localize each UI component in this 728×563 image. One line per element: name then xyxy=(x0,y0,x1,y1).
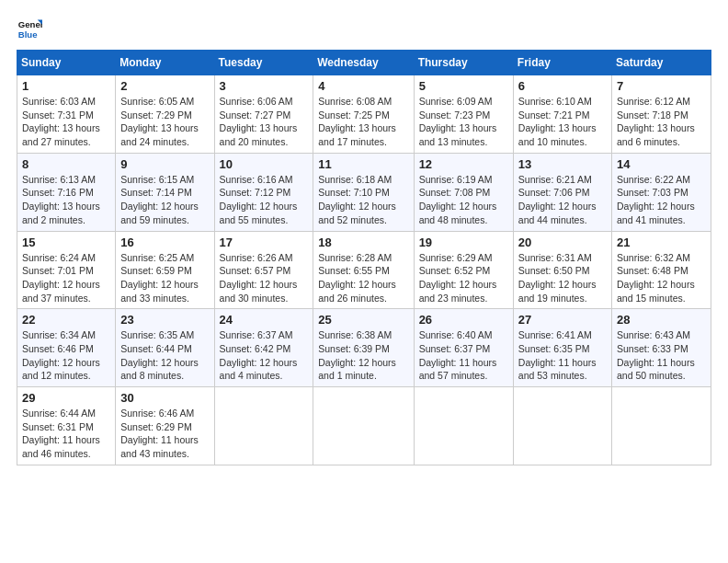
day-info: Sunrise: 6:26 AM Sunset: 6:57 PM Dayligh… xyxy=(220,251,309,305)
table-row: 1Sunrise: 6:03 AM Sunset: 7:31 PM Daylig… xyxy=(17,75,116,154)
table-row xyxy=(214,387,313,465)
day-info: Sunrise: 6:22 AM Sunset: 7:03 PM Dayligh… xyxy=(617,173,706,227)
calendar-header-row: Sunday Monday Tuesday Wednesday Thursday… xyxy=(17,51,711,75)
day-info: Sunrise: 6:44 AM Sunset: 6:31 PM Dayligh… xyxy=(22,407,110,461)
day-info: Sunrise: 6:16 AM Sunset: 7:12 PM Dayligh… xyxy=(220,173,309,227)
day-info: Sunrise: 6:13 AM Sunset: 7:16 PM Dayligh… xyxy=(22,173,110,227)
col-monday: Monday xyxy=(116,51,214,75)
day-info: Sunrise: 6:21 AM Sunset: 7:06 PM Dayligh… xyxy=(518,173,607,227)
col-thursday: Thursday xyxy=(414,51,513,75)
calendar-week-row: 29Sunrise: 6:44 AM Sunset: 6:31 PM Dayli… xyxy=(17,387,711,465)
day-info: Sunrise: 6:06 AM Sunset: 7:27 PM Dayligh… xyxy=(220,95,309,149)
table-row: 9Sunrise: 6:15 AM Sunset: 7:14 PM Daylig… xyxy=(116,153,214,231)
day-number: 20 xyxy=(518,236,607,249)
day-number: 9 xyxy=(120,157,209,171)
day-info: Sunrise: 6:25 AM Sunset: 6:59 PM Dayligh… xyxy=(120,251,209,305)
svg-text:General: General xyxy=(18,19,42,29)
table-row: 19Sunrise: 6:29 AM Sunset: 6:52 PM Dayli… xyxy=(414,231,513,309)
table-row: 22Sunrise: 6:34 AM Sunset: 6:46 PM Dayli… xyxy=(17,309,116,387)
day-info: Sunrise: 6:09 AM Sunset: 7:23 PM Dayligh… xyxy=(419,95,508,149)
table-row: 16Sunrise: 6:25 AM Sunset: 6:59 PM Dayli… xyxy=(116,231,214,309)
day-number: 18 xyxy=(318,236,408,249)
table-row: 8Sunrise: 6:13 AM Sunset: 7:16 PM Daylig… xyxy=(17,153,116,231)
table-row: 5Sunrise: 6:09 AM Sunset: 7:23 PM Daylig… xyxy=(414,75,513,154)
day-number: 4 xyxy=(318,79,408,93)
col-sunday: Sunday xyxy=(17,51,116,75)
table-row: 28Sunrise: 6:43 AM Sunset: 6:33 PM Dayli… xyxy=(612,309,711,387)
day-number: 1 xyxy=(22,79,110,93)
table-row: 12Sunrise: 6:19 AM Sunset: 7:08 PM Dayli… xyxy=(414,153,513,231)
table-row: 4Sunrise: 6:08 AM Sunset: 7:25 PM Daylig… xyxy=(313,75,414,154)
calendar-week-row: 1Sunrise: 6:03 AM Sunset: 7:31 PM Daylig… xyxy=(17,75,711,154)
day-info: Sunrise: 6:31 AM Sunset: 6:50 PM Dayligh… xyxy=(518,251,607,305)
table-row xyxy=(313,387,414,465)
day-info: Sunrise: 6:19 AM Sunset: 7:08 PM Dayligh… xyxy=(419,173,508,227)
table-row: 30Sunrise: 6:46 AM Sunset: 6:29 PM Dayli… xyxy=(116,387,214,465)
col-wednesday: Wednesday xyxy=(313,51,414,75)
table-row xyxy=(414,387,513,465)
day-number: 8 xyxy=(22,157,110,171)
day-number: 27 xyxy=(518,313,607,327)
day-number: 23 xyxy=(120,313,209,327)
day-number: 13 xyxy=(518,157,607,171)
table-row: 14Sunrise: 6:22 AM Sunset: 7:03 PM Dayli… xyxy=(612,153,711,231)
day-info: Sunrise: 6:24 AM Sunset: 7:01 PM Dayligh… xyxy=(22,251,110,305)
day-info: Sunrise: 6:05 AM Sunset: 7:29 PM Dayligh… xyxy=(120,95,209,149)
day-number: 2 xyxy=(120,79,209,93)
calendar-table: Sunday Monday Tuesday Wednesday Thursday… xyxy=(17,50,711,465)
day-number: 5 xyxy=(419,79,508,93)
day-number: 29 xyxy=(22,391,110,405)
table-row: 25Sunrise: 6:38 AM Sunset: 6:39 PM Dayli… xyxy=(313,309,414,387)
table-row: 27Sunrise: 6:41 AM Sunset: 6:35 PM Dayli… xyxy=(513,309,611,387)
day-number: 6 xyxy=(518,79,607,93)
day-number: 22 xyxy=(22,313,110,327)
day-number: 11 xyxy=(318,157,408,171)
table-row: 2Sunrise: 6:05 AM Sunset: 7:29 PM Daylig… xyxy=(116,75,214,154)
table-row: 18Sunrise: 6:28 AM Sunset: 6:55 PM Dayli… xyxy=(313,231,414,309)
day-number: 25 xyxy=(318,313,408,327)
day-info: Sunrise: 6:34 AM Sunset: 6:46 PM Dayligh… xyxy=(22,328,110,383)
col-friday: Friday xyxy=(513,51,611,75)
table-row: 29Sunrise: 6:44 AM Sunset: 6:31 PM Dayli… xyxy=(17,387,116,465)
table-row: 17Sunrise: 6:26 AM Sunset: 6:57 PM Dayli… xyxy=(214,231,313,309)
day-info: Sunrise: 6:28 AM Sunset: 6:55 PM Dayligh… xyxy=(318,251,408,305)
page-header: General Blue xyxy=(17,17,711,42)
day-info: Sunrise: 6:03 AM Sunset: 7:31 PM Dayligh… xyxy=(22,95,110,149)
day-number: 24 xyxy=(220,313,309,327)
day-number: 28 xyxy=(617,313,706,327)
day-info: Sunrise: 6:08 AM Sunset: 7:25 PM Dayligh… xyxy=(318,95,408,149)
day-number: 17 xyxy=(220,236,309,249)
col-saturday: Saturday xyxy=(612,51,711,75)
table-row: 13Sunrise: 6:21 AM Sunset: 7:06 PM Dayli… xyxy=(513,153,611,231)
day-number: 26 xyxy=(419,313,508,327)
table-row xyxy=(612,387,711,465)
calendar-week-row: 22Sunrise: 6:34 AM Sunset: 6:46 PM Dayli… xyxy=(17,309,711,387)
day-info: Sunrise: 6:12 AM Sunset: 7:18 PM Dayligh… xyxy=(617,95,706,149)
table-row: 26Sunrise: 6:40 AM Sunset: 6:37 PM Dayli… xyxy=(414,309,513,387)
table-row: 10Sunrise: 6:16 AM Sunset: 7:12 PM Dayli… xyxy=(214,153,313,231)
day-info: Sunrise: 6:10 AM Sunset: 7:21 PM Dayligh… xyxy=(518,95,607,149)
day-info: Sunrise: 6:41 AM Sunset: 6:35 PM Dayligh… xyxy=(518,328,607,383)
day-number: 10 xyxy=(220,157,309,171)
day-info: Sunrise: 6:15 AM Sunset: 7:14 PM Dayligh… xyxy=(120,173,209,227)
calendar-week-row: 15Sunrise: 6:24 AM Sunset: 7:01 PM Dayli… xyxy=(17,231,711,309)
table-row: 7Sunrise: 6:12 AM Sunset: 7:18 PM Daylig… xyxy=(612,75,711,154)
day-info: Sunrise: 6:32 AM Sunset: 6:48 PM Dayligh… xyxy=(617,251,706,305)
table-row: 3Sunrise: 6:06 AM Sunset: 7:27 PM Daylig… xyxy=(214,75,313,154)
table-row: 21Sunrise: 6:32 AM Sunset: 6:48 PM Dayli… xyxy=(612,231,711,309)
day-info: Sunrise: 6:38 AM Sunset: 6:39 PM Dayligh… xyxy=(318,328,408,383)
table-row: 24Sunrise: 6:37 AM Sunset: 6:42 PM Dayli… xyxy=(214,309,313,387)
day-number: 14 xyxy=(617,157,706,171)
calendar-week-row: 8Sunrise: 6:13 AM Sunset: 7:16 PM Daylig… xyxy=(17,153,711,231)
day-number: 15 xyxy=(22,236,110,249)
table-row: 11Sunrise: 6:18 AM Sunset: 7:10 PM Dayli… xyxy=(313,153,414,231)
day-info: Sunrise: 6:37 AM Sunset: 6:42 PM Dayligh… xyxy=(220,328,309,383)
table-row: 15Sunrise: 6:24 AM Sunset: 7:01 PM Dayli… xyxy=(17,231,116,309)
day-number: 3 xyxy=(220,79,309,93)
day-info: Sunrise: 6:18 AM Sunset: 7:10 PM Dayligh… xyxy=(318,173,408,227)
day-number: 30 xyxy=(120,391,209,405)
table-row xyxy=(513,387,611,465)
day-info: Sunrise: 6:35 AM Sunset: 6:44 PM Dayligh… xyxy=(120,328,209,383)
day-number: 12 xyxy=(419,157,508,171)
svg-text:Blue: Blue xyxy=(18,29,38,40)
